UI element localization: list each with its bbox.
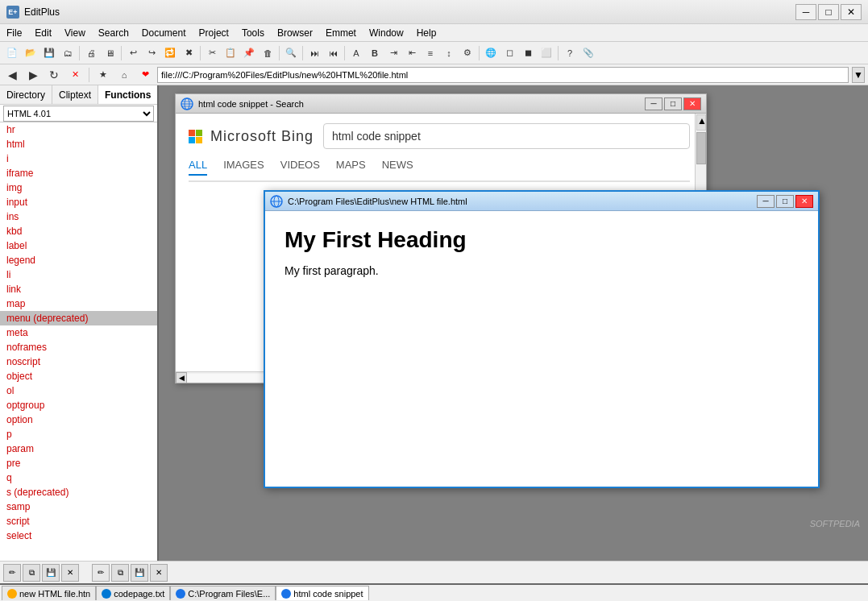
list-item[interactable]: object [0, 369, 157, 383]
save-button[interactable]: 💾 [40, 44, 58, 62]
bing-minimize-btn[interactable]: ─ [645, 97, 662, 110]
close-button[interactable]: ✕ [841, 4, 862, 20]
menu-file[interactable]: File [0, 24, 28, 41]
maximize-button[interactable]: □ [818, 4, 839, 20]
html-maximize-btn[interactable]: □ [776, 195, 794, 208]
menu-browser[interactable]: Browser [271, 24, 319, 41]
bing-nav-images[interactable]: IMAGES [223, 159, 264, 176]
bing-maximize-btn[interactable]: □ [664, 97, 682, 110]
tab-item-editplus[interactable]: C:\Program Files\E... [170, 586, 276, 600]
list-item[interactable]: param [0, 441, 157, 456]
address-dropdown[interactable]: ▼ [852, 67, 865, 83]
open-button[interactable]: 📂 [22, 44, 39, 62]
browser-btn-4[interactable]: ⬜ [538, 44, 555, 62]
settings-button[interactable]: ⚙ [459, 44, 476, 62]
list-item[interactable]: li [0, 267, 157, 282]
html-minimize-btn[interactable]: ─ [757, 195, 775, 208]
list-item-selected[interactable]: menu (deprecated) [0, 311, 157, 325]
favorites-button[interactable]: ❤ [136, 66, 154, 84]
list-item[interactable]: iframe [0, 166, 157, 180]
cut-button[interactable]: ✂ [203, 44, 221, 62]
delete-button[interactable]: 🗑 [259, 44, 276, 62]
browser-btn-2[interactable]: ◻ [500, 44, 518, 62]
list-item[interactable]: i [0, 151, 157, 166]
print-preview-button[interactable]: 🖥 [101, 44, 118, 62]
menu-emmet[interactable]: Emmet [319, 24, 363, 41]
list-item[interactable]: ins [0, 209, 157, 224]
bing-nav-all[interactable]: ALL [189, 159, 207, 176]
list-item[interactable]: ol [0, 383, 157, 398]
extra-button[interactable]: 📎 [579, 44, 597, 62]
task-save3-btn[interactable]: 💾 [131, 564, 148, 582]
scroll-up-btn[interactable]: ▲ [696, 114, 706, 131]
list-item[interactable]: html [0, 137, 157, 151]
menu-view[interactable]: View [58, 24, 92, 41]
menu-tools[interactable]: Tools [235, 24, 271, 41]
list-item[interactable]: map [0, 296, 157, 311]
bing-search-box[interactable]: html code snippet [323, 123, 690, 149]
list-item[interactable]: samp [0, 499, 157, 514]
tab-item-bing[interactable]: html code snippet [276, 586, 368, 600]
bing-close-btn[interactable]: ✕ [683, 97, 701, 110]
task-copy2-btn[interactable]: ⧉ [111, 564, 129, 582]
task-save2-btn[interactable]: 💾 [42, 564, 60, 582]
list-item[interactable]: script [0, 514, 157, 528]
list-item[interactable]: link [0, 282, 157, 296]
menu-window[interactable]: Window [363, 24, 410, 41]
list-item[interactable]: pre [0, 456, 157, 470]
save-all-button[interactable]: 🗂 [59, 44, 77, 62]
new-file-button[interactable]: 📄 [3, 44, 21, 62]
stop-button[interactable]: ✕ [66, 66, 84, 84]
list-item[interactable]: hr [0, 122, 157, 137]
list-item[interactable]: noframes [0, 340, 157, 354]
tab-cliptext[interactable]: Cliptext [52, 85, 98, 104]
menu-document[interactable]: Document [135, 24, 193, 41]
list-item[interactable]: optgroup [0, 398, 157, 412]
browser-btn-1[interactable]: 🌐 [482, 44, 500, 62]
list-item[interactable]: input [0, 195, 157, 209]
list-item[interactable]: option [0, 412, 157, 427]
redo-button[interactable]: ↪ [143, 44, 160, 62]
list-item[interactable]: legend [0, 253, 157, 267]
task-edit-btn[interactable]: ✏ [92, 564, 110, 582]
paste-button[interactable]: 📌 [240, 44, 258, 62]
bold-button[interactable]: B [366, 44, 384, 62]
list-item[interactable]: noscript [0, 354, 157, 369]
browser-btn-3[interactable]: ◼ [519, 44, 537, 62]
nav-back-button[interactable]: ◀ [3, 66, 21, 84]
list-item[interactable]: meta [0, 325, 157, 340]
menu-project[interactable]: Project [193, 24, 235, 41]
copy-button[interactable]: 📋 [222, 44, 239, 62]
bing-nav-news[interactable]: NEWS [382, 159, 413, 176]
sidebar-list[interactable]: hr html i iframe img input ins kbd label… [0, 122, 157, 561]
hscroll-left-btn[interactable]: ◀ [176, 372, 187, 383]
tab-directory[interactable]: Directory [0, 85, 52, 104]
repeat-button[interactable]: 🔁 [161, 44, 179, 62]
task-copy-btn[interactable]: ⧉ [23, 564, 40, 582]
align-button[interactable]: ≡ [422, 44, 439, 62]
refresh-button[interactable]: ↻ [45, 66, 63, 84]
help-button[interactable]: ? [561, 44, 579, 62]
find-button[interactable]: 🔍 [282, 44, 300, 62]
minimize-button[interactable]: ─ [795, 4, 816, 20]
tab-functions[interactable]: Functions [98, 85, 158, 104]
menu-edit[interactable]: Edit [28, 24, 58, 41]
menu-search[interactable]: Search [92, 24, 135, 41]
home-button[interactable]: ⌂ [115, 66, 133, 84]
bing-nav-maps[interactable]: MAPS [336, 159, 366, 176]
outdent-button[interactable]: ⇤ [403, 44, 421, 62]
task-pencil-btn[interactable]: ✏ [3, 564, 21, 582]
indent-button[interactable]: ⇥ [384, 44, 402, 62]
list-item[interactable]: q [0, 470, 157, 485]
scroll-thumb[interactable] [696, 132, 706, 164]
bing-nav-videos[interactable]: VIDEOS [280, 159, 320, 176]
print-button[interactable]: 🖨 [82, 44, 100, 62]
nav-forward-button[interactable]: ▶ [24, 66, 42, 84]
sort-button[interactable]: ↕ [440, 44, 458, 62]
cancel-button[interactable]: ✖ [180, 44, 197, 62]
menu-help[interactable]: Help [410, 24, 443, 41]
list-item[interactable]: s (deprecated) [0, 485, 157, 499]
task-close-btn[interactable]: ✕ [61, 564, 79, 582]
bookmark-button[interactable]: ★ [94, 66, 112, 84]
list-item[interactable]: select [0, 528, 157, 543]
